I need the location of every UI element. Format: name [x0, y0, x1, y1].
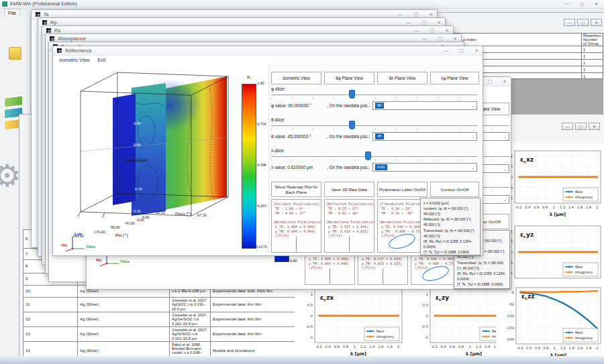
svg-text:1.2: 1.2 [560, 346, 566, 350]
svg-text:Imaginary: Imaginary [575, 336, 593, 341]
minimize-icon[interactable]: — [562, 123, 573, 130]
close-icon[interactable]: ✕ [589, 123, 600, 130]
svg-text:Imaginary: Imaginary [575, 195, 593, 200]
lambda-slider-thumb[interactable] [365, 151, 371, 160]
theta-pos-combobox[interactable]: 45⌄ [372, 132, 477, 141]
chevron-down-icon: ⌄ [471, 134, 474, 139]
lambda-tick: 0.64 [134, 143, 141, 147]
theta-slider-thumb[interactable] [349, 121, 355, 129]
svg-text:1.2: 1.2 [476, 345, 481, 349]
theta-tick: 67.50 [197, 213, 207, 217]
close-icon[interactable]: ✕ [591, 19, 602, 26]
svg-text:εr,zy: εr,zy [436, 294, 449, 302]
app-title: EMW-Win (Professional Edition) [10, 1, 77, 6]
chart-zz: 0.20.40.60.811.21.41.61.820-50-100-150-2… [496, 280, 604, 359]
lambda-pos-label: , On the rawdata pos.: [327, 165, 370, 170]
svg-text:1: 1 [468, 345, 470, 349]
polarization-label-toggle-button[interactable]: Polarization Label On/Off [377, 182, 427, 197]
svg-text:1.6: 1.6 [577, 205, 583, 209]
svg-text:0.6: 0.6 [535, 346, 540, 350]
colorbar-tick: 1.00 [257, 81, 264, 85]
colorbar-tick: 0.00 [290, 259, 297, 263]
svg-text:1.4: 1.4 [568, 280, 574, 284]
minimize-icon[interactable]: — [565, 1, 569, 5]
reflectance-window[interactable]: Reflectance—▢✕ Isometric ViewExit [52, 46, 483, 256]
phi-slice-slider[interactable] [271, 95, 477, 95]
polarization-ellipse [419, 263, 452, 284]
window-icon [42, 20, 47, 25]
svg-text:0.8: 0.8 [543, 346, 548, 350]
svg-text:0.4: 0.4 [441, 345, 447, 349]
lambda-tick: 0.59 [135, 187, 142, 191]
triad-theta-label: Theta [120, 259, 130, 263]
svg-text:εr,yz: εr,yz [520, 231, 534, 239]
minimize-icon[interactable]: — [564, 19, 575, 26]
colorbar-tick: 0.508 [257, 163, 266, 167]
svg-text:1.8: 1.8 [387, 345, 392, 349]
svg-text:Imaginary: Imaginary [575, 270, 593, 275]
maximize-icon[interactable]: ▢ [460, 46, 464, 55]
triad-lam-label: Lam [74, 232, 82, 236]
svg-text:Real: Real [492, 329, 499, 333]
svg-text:0.4: 0.4 [525, 205, 531, 209]
phi-pos-combobox[interactable]: 90⌄ [372, 101, 477, 110]
svg-text:0.4: 0.4 [325, 345, 332, 349]
svg-text:2: 2 [596, 280, 598, 284]
lambda-pos-combobox[interactable]: 0.61⌄ [372, 163, 477, 172]
svg-text:-150: -150 [506, 326, 514, 330]
theta-lambda-plane-view-button[interactable]: θλ Plane View [377, 72, 427, 84]
chevron-down-icon: ⌄ [503, 134, 507, 139]
show-heatmap-button[interactable]: Show Heatmap Plot for Each Plane [271, 182, 321, 197]
phi-slider-thumb[interactable] [349, 90, 355, 99]
svg-text:1: 1 [426, 292, 428, 296]
theta-slice-slider[interactable] [271, 125, 477, 126]
svg-text:1: 1 [553, 280, 555, 284]
polarization-ellipse [385, 231, 419, 251]
svg-text:0.8: 0.8 [542, 205, 548, 209]
theta-phi-plane-view-button[interactable]: θφ Plane View [324, 72, 374, 84]
lambda-value-text: λ value: 0.610000 μm [271, 165, 313, 170]
svg-text:0.5: 0.5 [423, 303, 428, 307]
lambda-phi-plane-view-button[interactable]: λφ Plane View [430, 72, 479, 84]
svg-text:1.2: 1.2 [560, 280, 565, 284]
phi-pos-label: , On the rawdata pos.: [327, 103, 370, 108]
isometric-view-button[interactable]: Isometric View [271, 72, 321, 84]
svg-text:1.8: 1.8 [586, 346, 591, 350]
svg-text:-1: -1 [309, 335, 313, 339]
close-icon[interactable]: ✕ [503, 77, 507, 86]
table-row[interactable]: 13Ag (Silver)Ciesielski et al. 2017: Ag/… [23, 327, 309, 342]
desktop: EMW-Win (Professional Edition) — ▢ ✕ Fil… [0, 0, 604, 364]
maximize-icon[interactable]: ▢ [575, 123, 587, 130]
phi-slice-label: φ-slice: [271, 86, 285, 91]
svg-text:1.4: 1.4 [569, 346, 575, 350]
svg-text:λ [μm]: λ [μm] [550, 287, 566, 292]
colorbar-label: R [247, 74, 250, 80]
svg-text:1: 1 [311, 292, 313, 296]
document-icon[interactable] [9, 47, 21, 60]
window-title: Rs [54, 27, 404, 34]
colorbar-tick: 0.754 [257, 122, 266, 126]
svg-text:-50: -50 [509, 302, 514, 306]
table-row[interactable]: 11Ag (Silver)Ciesielski et al. 2017: Ag/… [23, 298, 309, 312]
window-title: Reflectance [65, 48, 434, 54]
svg-text:Imaginary: Imaginary [492, 335, 509, 339]
maximize-icon[interactable]: ▢ [577, 19, 589, 26]
close-icon[interactable]: ✕ [595, 1, 598, 6]
maximize-icon[interactable]: ▢ [488, 77, 493, 86]
minimize-icon[interactable]: — [444, 46, 449, 55]
maximize-icon[interactable]: ▢ [580, 1, 584, 6]
axis-triad: Lam Phi Theta [62, 231, 102, 253]
chart-zx: 0.20.40.60.811.21.41.61.8210.50-0.5-1εr,… [295, 281, 411, 357]
svg-text:1.6: 1.6 [577, 346, 583, 350]
theta-axis-label: Theta [°] [174, 211, 191, 217]
svg-text:1: 1 [554, 346, 556, 350]
save-3d-raw-data-button[interactable]: Save 3D Raw Data [324, 182, 374, 197]
lambda-slice-slider[interactable] [271, 156, 477, 157]
close-icon[interactable]: ✕ [474, 46, 479, 55]
contour-toggle-button[interactable]: Contour On/Off [430, 182, 479, 197]
svg-text:-1: -1 [425, 335, 428, 339]
svg-text:εr,zz: εr,zz [521, 293, 535, 300]
svg-text:-100: -100 [506, 314, 514, 318]
table-row[interactable]: 12Ag (Silver)Ciesielski et al. 2017: Ag/… [23, 312, 309, 327]
svg-text:0: 0 [512, 290, 514, 294]
